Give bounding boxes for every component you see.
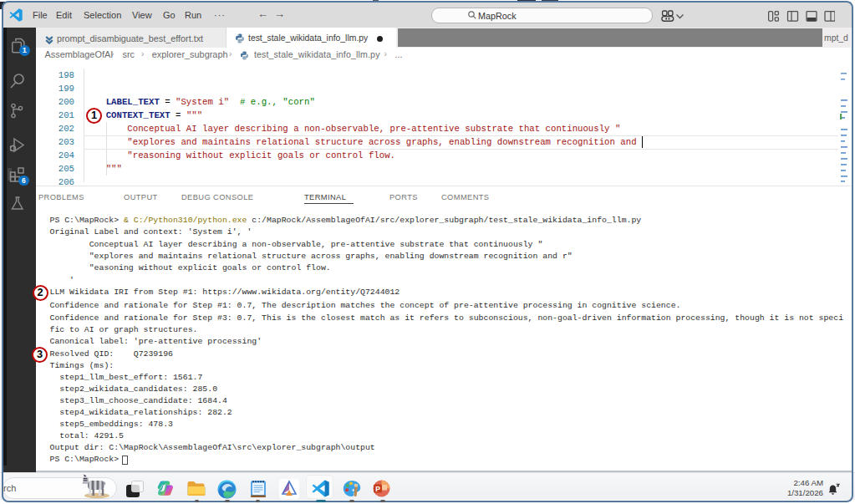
svg-text:P: P (375, 485, 380, 493)
